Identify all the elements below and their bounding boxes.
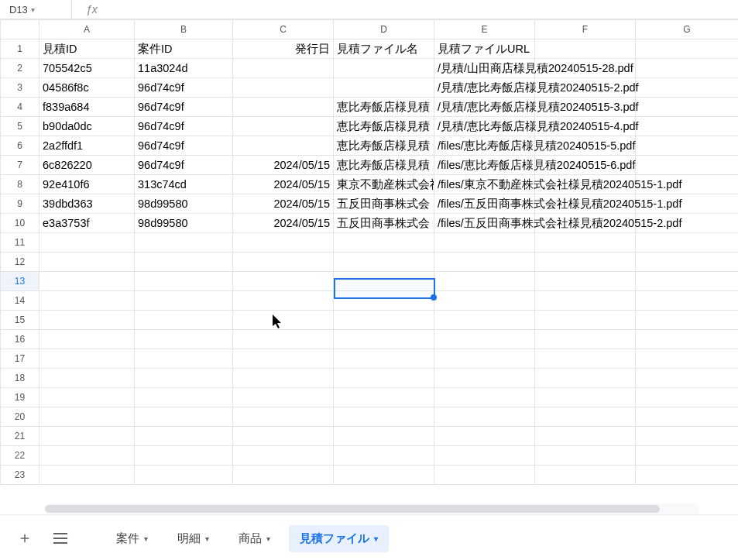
cell[interactable]	[636, 117, 739, 136]
cell[interactable]: 705542c5	[39, 59, 135, 78]
row-header[interactable]: 7	[1, 156, 39, 175]
cell[interactable]: 見積ID	[39, 40, 135, 59]
cell[interactable]: 恵比寿飯店様見積	[334, 156, 434, 175]
cell[interactable]	[535, 407, 636, 427]
cell[interactable]	[135, 349, 233, 369]
row-header[interactable]: 23	[1, 466, 39, 485]
tab-dropdown-icon[interactable]: ▾	[205, 534, 209, 543]
name-box-dropdown-icon[interactable]: ▾	[31, 5, 35, 14]
cell[interactable]: /見積/恵比寿飯店様見積20240515-3.pdf	[434, 98, 535, 117]
cell[interactable]: 見積ファイル名	[334, 40, 434, 59]
cell[interactable]: 313c74cd	[135, 175, 233, 194]
row-header[interactable]: 13	[1, 272, 39, 291]
cell[interactable]	[334, 311, 434, 330]
cell[interactable]	[636, 446, 739, 466]
cell[interactable]	[233, 427, 334, 446]
cell[interactable]: /見積/山田商店様見積20240515-28.pdf	[434, 59, 535, 78]
cell[interactable]	[636, 233, 739, 253]
cell[interactable]	[535, 291, 636, 311]
cell[interactable]	[233, 291, 334, 311]
cell[interactable]	[233, 272, 334, 291]
cell[interactable]	[233, 253, 334, 272]
cell[interactable]: /見積/恵比寿飯店様見積20240515-4.pdf	[434, 117, 535, 136]
row-header[interactable]: 9	[1, 194, 39, 214]
cell[interactable]	[636, 407, 739, 427]
cell[interactable]: 96d74c9f	[135, 78, 233, 98]
cell[interactable]	[636, 253, 739, 272]
cell[interactable]	[334, 369, 434, 388]
cell[interactable]	[135, 253, 233, 272]
tab-dropdown-icon[interactable]: ▾	[144, 534, 148, 543]
row-header[interactable]: 14	[1, 291, 39, 311]
cell[interactable]	[636, 78, 739, 98]
cell[interactable]	[135, 311, 233, 330]
col-header-f[interactable]: F	[535, 20, 636, 40]
row-header[interactable]: 4	[1, 98, 39, 117]
row-header[interactable]: 20	[1, 407, 39, 427]
cell[interactable]: 恵比寿飯店様見積	[334, 98, 434, 117]
cell[interactable]: /files/五反田商事株式会社様見積20240515-1.pdf	[434, 194, 535, 214]
horizontal-scrollbar[interactable]	[45, 503, 699, 514]
sheet-tab-mitsumori-file[interactable]: 見積ファイル ▾	[289, 525, 389, 552]
cell[interactable]	[233, 117, 334, 136]
cell[interactable]	[535, 40, 636, 59]
cell[interactable]	[535, 349, 636, 369]
row-header[interactable]: 17	[1, 349, 39, 369]
spreadsheet-grid[interactable]: A B C D E F G 1見積ID案件ID発行日見積ファイル名見積ファイルU…	[0, 19, 738, 485]
cell[interactable]	[636, 136, 739, 156]
cell[interactable]	[434, 291, 535, 311]
cell[interactable]: 98d99580	[135, 194, 233, 214]
cell[interactable]: b90da0dc	[39, 117, 135, 136]
cell[interactable]: 04586f8c	[39, 78, 135, 98]
cell[interactable]	[434, 272, 535, 291]
sheet-area[interactable]: A B C D E F G 1見積ID案件ID発行日見積ファイル名見積ファイルU…	[0, 19, 738, 503]
cell[interactable]	[636, 330, 739, 349]
cell[interactable]	[39, 446, 135, 466]
cell[interactable]	[39, 466, 135, 485]
tab-dropdown-icon[interactable]: ▾	[374, 534, 378, 543]
cell[interactable]	[135, 272, 233, 291]
cell[interactable]: 発行日	[233, 40, 334, 59]
cell[interactable]	[39, 407, 135, 427]
cell[interactable]: /見積/恵比寿飯店様見積20240515-2.pdf	[434, 78, 535, 98]
cell[interactable]	[233, 407, 334, 427]
cell[interactable]	[434, 388, 535, 407]
cell[interactable]	[636, 466, 739, 485]
cell[interactable]	[535, 369, 636, 388]
cell[interactable]	[135, 388, 233, 407]
row-header[interactable]: 2	[1, 59, 39, 78]
cell[interactable]: /files/恵比寿飯店様見積20240515-5.pdf	[434, 136, 535, 156]
cell[interactable]	[334, 233, 434, 253]
cell[interactable]	[39, 388, 135, 407]
cell[interactable]: 96d74c9f	[135, 136, 233, 156]
row-header[interactable]: 22	[1, 446, 39, 466]
cell[interactable]: /files/恵比寿飯店様見積20240515-6.pdf	[434, 156, 535, 175]
cell[interactable]: 恵比寿飯店様見積	[334, 117, 434, 136]
cell[interactable]	[636, 156, 739, 175]
cell[interactable]: 98d99580	[135, 214, 233, 233]
cell[interactable]	[233, 78, 334, 98]
cell[interactable]	[636, 311, 739, 330]
cell[interactable]	[334, 349, 434, 369]
cell[interactable]	[535, 446, 636, 466]
row-header[interactable]: 3	[1, 78, 39, 98]
cell[interactable]	[135, 330, 233, 349]
col-header-a[interactable]: A	[39, 20, 135, 40]
cell[interactable]	[535, 233, 636, 253]
cell[interactable]: 96d74c9f	[135, 117, 233, 136]
cell[interactable]	[334, 446, 434, 466]
cell[interactable]: /files/東京不動産株式会社様見積20240515-1.pdf	[434, 175, 535, 194]
cell[interactable]	[535, 427, 636, 446]
cell[interactable]: 96d74c9f	[135, 98, 233, 117]
cell[interactable]	[636, 40, 739, 59]
cell[interactable]	[135, 407, 233, 427]
cell[interactable]: 五反田商事株式会	[334, 214, 434, 233]
cell[interactable]: 6c826220	[39, 156, 135, 175]
row-header[interactable]: 21	[1, 427, 39, 446]
cell[interactable]	[636, 388, 739, 407]
row-header[interactable]: 11	[1, 233, 39, 253]
cell[interactable]	[434, 349, 535, 369]
row-header[interactable]: 8	[1, 175, 39, 194]
cell[interactable]: 2024/05/15	[233, 194, 334, 214]
cell[interactable]	[233, 388, 334, 407]
